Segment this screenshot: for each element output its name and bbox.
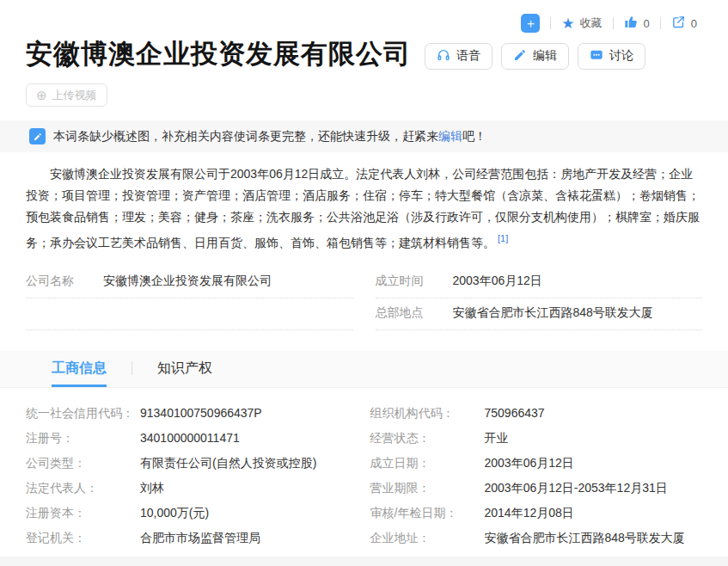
like-button[interactable]: 0 — [624, 15, 650, 32]
field-value: 安徽省合肥市长江西路848号联发大厦 — [485, 531, 685, 546]
chat-icon — [590, 48, 603, 65]
table-row: 审核/年检日期： 2014年12月08日 — [370, 501, 703, 526]
field-value: 2014年12月08日 — [485, 506, 574, 521]
add-icon[interactable]: ＋ — [521, 14, 540, 33]
field-label: 法定代表人： — [26, 481, 140, 496]
field-label: 组织机构代码： — [370, 406, 485, 421]
table-row: 组织机构代码： 750966437 — [370, 402, 703, 427]
field-value: 750966437 — [485, 406, 545, 421]
share-button[interactable]: 0 — [671, 15, 697, 32]
divider — [660, 17, 661, 29]
favorite-button[interactable]: ★ 收藏 — [561, 15, 602, 31]
star-icon: ★ — [561, 16, 574, 31]
bottom-divider — [0, 557, 728, 566]
favorite-label: 收藏 — [580, 15, 603, 31]
notice-edit-link[interactable]: 编辑 — [438, 129, 462, 143]
field-value: 有限责任公司(自然人投资或控股) — [140, 456, 316, 471]
entry-page: ＋ ★ 收藏 0 0 安徽博澳企业投资发展有限公司 — [0, 0, 728, 566]
founded-label: 成立时间 — [376, 274, 453, 289]
share-icon — [671, 15, 686, 32]
tab-bar: 工商信息 知识产权 — [0, 351, 728, 388]
circle-plus-icon: ⊕ — [36, 89, 47, 102]
field-label: 注册资本： — [26, 506, 140, 521]
business-info-section: 统一社会信用代码： 91340100750966437P 注册号： 340100… — [26, 402, 702, 566]
field-label: 经营状态： — [370, 431, 485, 446]
table-row: 企业地址： 安徽省合肥市长江西路848号联发大厦 — [370, 526, 703, 551]
discuss-button[interactable]: 讨论 — [578, 43, 645, 70]
company-name-label: 公司名称 — [26, 274, 103, 289]
table-row: 公司类型： 有限责任公司(自然人投资或控股) — [26, 452, 358, 477]
notice-text: 本词条缺少概述图，补充相关内容使词条更完整，还能快速升级，赶紧来编辑吧！ — [53, 129, 486, 145]
business-info-right-column: 组织机构代码： 750966437 经营状态： 开业 成立日期： 2003年06… — [370, 402, 703, 551]
business-info-left-column: 统一社会信用代码： 91340100750966437P 注册号： 340100… — [26, 402, 358, 551]
field-label: 登记机关： — [26, 531, 140, 546]
divider — [132, 361, 132, 375]
field-label: 统一社会信用代码： — [26, 406, 140, 421]
hq-label: 总部地点 — [376, 305, 453, 321]
summary-paragraph: 安徽博澳企业投资发展有限公司于2003年06月12日成立。法定代表人刘林，公司经… — [26, 163, 702, 254]
company-name-row: 公司名称 安徽博澳企业投资发展有限公司 — [26, 267, 353, 298]
title-row: 安徽博澳企业投资发展有限公司 语音 编辑 讨论 — [26, 36, 702, 72]
edit-label: 编辑 — [533, 48, 557, 64]
empty-cell — [26, 298, 353, 330]
field-value: 2003年06月12日 — [485, 456, 574, 471]
table-row: 登记机关： 合肥市市场监督管理局 — [26, 526, 358, 551]
field-label: 成立日期： — [370, 456, 485, 471]
upload-video-button[interactable]: ⊕ 上传视频 — [26, 83, 107, 107]
basic-info-grid: 公司名称 安徽博澳企业投资发展有限公司 成立时间 2003年06月12日 总部地… — [26, 267, 702, 330]
reference-link[interactable]: [1] — [498, 233, 508, 243]
field-label: 营业期限： — [370, 481, 485, 496]
share-count: 0 — [691, 17, 697, 30]
edit-button[interactable]: 编辑 — [501, 43, 569, 70]
field-value: 2003年06月12日-2053年12月31日 — [485, 481, 668, 496]
like-count: 0 — [644, 17, 650, 30]
field-label: 公司类型： — [26, 456, 140, 471]
field-label: 审核/年检日期： — [370, 506, 485, 521]
field-value: 340100000011471 — [140, 431, 240, 446]
summary-text: 安徽博澳企业投资发展有限公司于2003年06月12日成立。法定代表人刘林，公司经… — [26, 167, 700, 249]
field-value: 合肥市市场监督管理局 — [140, 531, 260, 546]
company-name-value: 安徽博澳企业投资发展有限公司 — [103, 274, 272, 289]
notice-text-after: 吧！ — [462, 129, 486, 143]
notice-text-before: 本词条缺少概述图，补充相关内容使词条更完整，还能快速升级，赶紧来 — [53, 129, 438, 143]
header-buttons: 语音 编辑 讨论 — [425, 43, 645, 70]
field-label: 企业地址： — [370, 531, 485, 546]
divider — [613, 17, 614, 29]
table-row: 注册资本： 10,000万(元) — [26, 501, 358, 526]
divider — [550, 17, 551, 29]
top-action-bar: ＋ ★ 收藏 0 0 — [26, 0, 702, 33]
upload-video-label: 上传视频 — [52, 88, 97, 103]
tab-business-info[interactable]: 工商信息 — [52, 360, 107, 387]
basic-info-card: 公司名称 安徽博澳企业投资发展有限公司 成立时间 2003年06月12日 总部地… — [26, 267, 702, 330]
table-row: 经营状态： 开业 — [370, 427, 703, 452]
discuss-label: 讨论 — [609, 48, 633, 64]
hq-row: 总部地点 安徽省合肥市长江西路848号联发大厦 — [376, 298, 703, 330]
page-title: 安徽博澳企业投资发展有限公司 — [26, 36, 411, 72]
field-value: 开业 — [485, 431, 509, 446]
voice-button[interactable]: 语音 — [425, 43, 492, 70]
edit-pencil-icon — [29, 128, 46, 145]
table-row: 统一社会信用代码： 91340100750966437P — [26, 402, 358, 427]
founded-row: 成立时间 2003年06月12日 — [376, 267, 703, 298]
table-row: 法定代表人： 刘林 — [26, 477, 358, 501]
voice-label: 语音 — [456, 48, 480, 64]
notice-bar: 本词条缺少概述图，补充相关内容使词条更完整，还能快速升级，赶紧来编辑吧！ — [0, 120, 728, 152]
table-row: 营业期限： 2003年06月12日-2053年12月31日 — [370, 477, 703, 501]
hq-value: 安徽省合肥市长江西路848号联发大厦 — [453, 305, 653, 321]
business-info-columns: 统一社会信用代码： 91340100750966437P 注册号： 340100… — [26, 402, 702, 551]
pencil-icon — [513, 48, 527, 65]
founded-value: 2003年06月12日 — [453, 274, 542, 289]
table-row: 成立日期： 2003年06月12日 — [370, 452, 703, 477]
table-row: 注册号： 340100000011471 — [26, 427, 358, 452]
field-value: 10,000万(元) — [140, 506, 209, 521]
tab-intellectual-property[interactable]: 知识产权 — [157, 360, 212, 387]
field-value: 刘林 — [140, 481, 164, 496]
headphones-icon — [437, 48, 450, 65]
thumbs-up-icon — [624, 15, 639, 32]
field-value: 91340100750966437P — [140, 406, 262, 421]
field-label: 注册号： — [26, 431, 140, 446]
